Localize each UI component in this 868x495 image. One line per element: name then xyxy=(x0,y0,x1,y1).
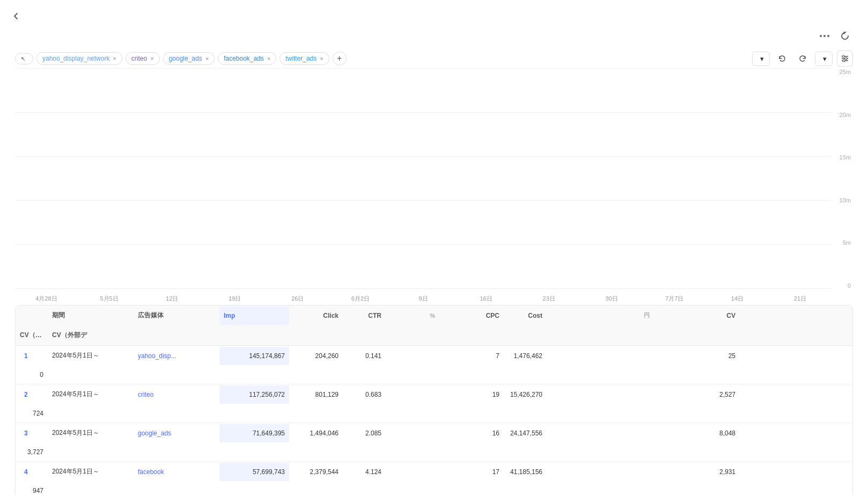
more-button[interactable] xyxy=(816,28,833,44)
td-num: 1 xyxy=(16,347,48,365)
back-button[interactable] xyxy=(9,9,24,24)
th-media: 広告媒体 xyxy=(134,305,219,325)
bars-container xyxy=(15,69,832,289)
td-cv: 2,527 xyxy=(654,385,740,404)
td-media: google_ads xyxy=(134,424,219,442)
x-axis-label: 7月7日 xyxy=(643,295,706,305)
th-cv[interactable]: CV xyxy=(654,307,740,325)
table-row[interactable]: 3 2024年5月1日～ google_ads 71,649,395 1,494… xyxy=(16,423,852,462)
th-period: 期間 xyxy=(48,305,134,325)
th-cv-karte[interactable]: CV（KARTEイベント） xyxy=(16,325,48,345)
td-media: yahoo_disp... xyxy=(134,347,219,365)
td-cost: 41,185,156 xyxy=(504,463,547,481)
td-cv-karte: 3,727 xyxy=(16,443,48,461)
td-ctr-unit xyxy=(386,428,439,439)
td-cost-unit xyxy=(547,467,654,477)
filter-right: ▾ ▾ xyxy=(752,50,853,67)
td-period: 2024年5月1日～ xyxy=(48,423,134,443)
td-cost-unit xyxy=(547,351,654,361)
filter-tag-criteo-close[interactable]: × xyxy=(150,55,153,62)
th-imp[interactable]: Imp xyxy=(219,307,289,325)
x-axis-label: 21日 xyxy=(769,295,832,305)
redo-button[interactable] xyxy=(795,50,811,67)
metric-dropdown[interactable]: ▾ xyxy=(752,52,770,66)
x-axis-label: 9日 xyxy=(392,295,454,305)
td-cv: 25 xyxy=(654,347,740,365)
filter-tags: ↖ yahoo_display_network × criteo × googl… xyxy=(15,52,347,65)
page-header xyxy=(0,24,868,50)
th-cpc[interactable]: CPC xyxy=(439,307,504,325)
th-click[interactable]: Click xyxy=(289,307,343,325)
y-label-25m: 25m xyxy=(840,69,851,75)
td-ctr: 4.124 xyxy=(343,463,386,481)
filter-all-tag[interactable]: ↖ xyxy=(15,53,33,64)
table-row[interactable]: 4 2024年5月1日～ facebook 57,699,743 2,379,5… xyxy=(16,462,852,495)
filter-tag-twitter-label: twitter_ads xyxy=(285,55,317,62)
td-imp: 71,649,395 xyxy=(219,424,289,442)
filter-tag-twitter[interactable]: twitter_ads × xyxy=(279,52,329,65)
filter-tag-google[interactable]: google_ads × xyxy=(163,52,215,65)
td-cpc: 19 xyxy=(439,385,504,404)
td-click: 2,379,544 xyxy=(289,463,343,481)
td-period: 2024年5月1日～ xyxy=(48,462,134,482)
filter-tag-facebook-close[interactable]: × xyxy=(267,55,270,62)
td-period: 2024年5月1日～ xyxy=(48,346,134,366)
th-cost[interactable]: Cost xyxy=(504,307,547,325)
td-cv-karte: 724 xyxy=(16,404,48,423)
date-dropdown[interactable]: ▾ xyxy=(815,52,833,66)
td-cv: 8,048 xyxy=(654,424,740,442)
filter-tag-yahoo-close[interactable]: × xyxy=(113,55,116,62)
y-label-10m: 10m xyxy=(840,197,851,203)
td-ctr: 0.683 xyxy=(343,385,386,404)
filter-tag-facebook-label: facebook_ads xyxy=(224,55,264,62)
td-media: criteo xyxy=(134,385,219,404)
filter-settings-button[interactable] xyxy=(837,50,853,67)
td-ctr: 2.085 xyxy=(343,424,386,442)
date-chevron-icon: ▾ xyxy=(823,55,827,63)
undo-button[interactable] xyxy=(774,50,790,67)
filter-tag-criteo[interactable]: criteo × xyxy=(126,52,160,65)
td-period: 2024年5月1日～ xyxy=(48,384,134,404)
th-num xyxy=(16,310,48,321)
td-num: 4 xyxy=(16,463,48,481)
svg-point-2 xyxy=(827,35,829,37)
filter-tag-google-close[interactable]: × xyxy=(205,55,209,62)
td-cpc: 16 xyxy=(439,424,504,442)
td-imp: 145,174,867 xyxy=(219,347,289,365)
x-axis-label: 30日 xyxy=(580,295,643,305)
td-cv: 2,931 xyxy=(654,463,740,481)
metric-chevron-icon: ▾ xyxy=(760,55,764,63)
td-cost: 15,426,270 xyxy=(504,385,547,404)
table-row[interactable]: 2 2024年5月1日～ criteo 117,256,072 801,129 … xyxy=(16,384,852,423)
filter-tag-facebook[interactable]: facebook_ads × xyxy=(218,52,276,65)
y-label-20m: 20m xyxy=(840,112,851,118)
filter-tag-yahoo-label: yahoo_display_network xyxy=(42,55,109,62)
table-body: 1 2024年5月1日～ yahoo_disp... 145,174,867 2… xyxy=(16,346,852,495)
x-axis-label: 14日 xyxy=(706,295,769,305)
td-ctr-unit xyxy=(386,467,439,477)
td-cost: 1,476,462 xyxy=(504,347,547,365)
filter-tag-google-label: google_ads xyxy=(169,55,202,62)
td-click: 801,129 xyxy=(289,385,343,404)
table-header: 期間 広告媒体 Imp Click CTR % CPC Cost 円 CV CV… xyxy=(16,305,852,346)
chart-area: 25m 20m 15m 10m 5m 0 4月28日5月5日12日19日26日6… xyxy=(15,69,853,305)
td-click: 1,494,046 xyxy=(289,424,343,442)
table-row[interactable]: 1 2024年5月1日～ yahoo_disp... 145,174,867 2… xyxy=(16,346,852,384)
filter-tag-twitter-close[interactable]: × xyxy=(320,55,323,62)
th-ctr[interactable]: CTR xyxy=(343,307,386,325)
svg-point-6 xyxy=(842,55,844,57)
y-axis-labels: 25m 20m 15m 10m 5m 0 xyxy=(840,69,853,289)
filter-bar: ↖ yahoo_display_network × criteo × googl… xyxy=(0,50,868,67)
svg-point-1 xyxy=(823,35,826,37)
x-axis-label: 19日 xyxy=(203,295,266,305)
td-cost: 24,147,556 xyxy=(504,424,547,442)
th-cv-ext[interactable]: CV（外部デ xyxy=(48,325,134,345)
refresh-button[interactable] xyxy=(837,28,853,44)
filter-tag-yahoo[interactable]: yahoo_display_network × xyxy=(36,52,122,65)
td-cv-karte: 0 xyxy=(16,366,48,384)
filter-arrow-icon: ↖ xyxy=(21,56,25,62)
filter-tag-criteo-label: criteo xyxy=(131,55,147,62)
y-label-0: 0 xyxy=(848,282,851,289)
add-filter-button[interactable]: + xyxy=(333,52,347,65)
y-label-15m: 15m xyxy=(840,154,851,161)
